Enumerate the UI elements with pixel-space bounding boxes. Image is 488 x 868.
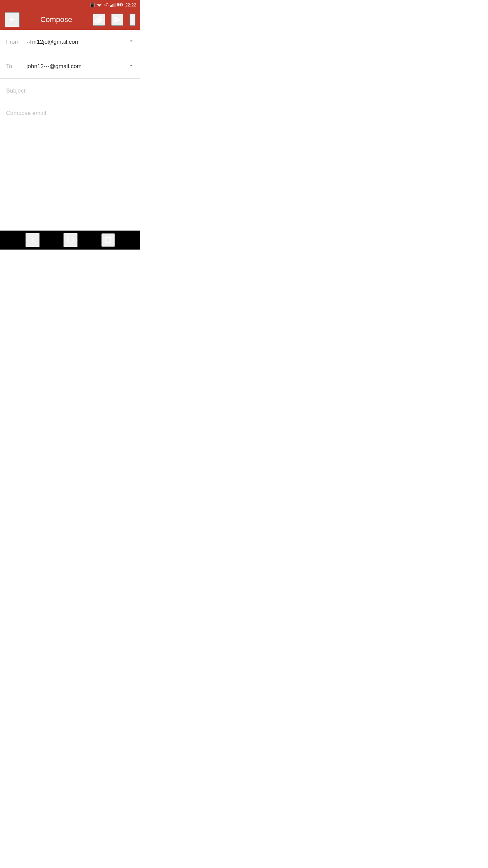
nav-home-button[interactable]: [63, 233, 78, 247]
svg-rect-2: [111, 5, 113, 7]
compose-body[interactable]: Compose email: [0, 103, 140, 231]
vibrate-icon: 📳: [89, 2, 95, 7]
status-icons: 📳 4G 22:22: [89, 2, 136, 7]
toolbar-title: Compose: [25, 15, 87, 24]
compose-form: From --hn12jo@gmail.com To john12---@gma…: [0, 30, 140, 231]
to-label: To: [6, 63, 26, 70]
send-button[interactable]: [111, 14, 123, 26]
network-type: 4G: [104, 3, 109, 7]
subject-row[interactable]: Subject: [0, 79, 140, 103]
nav-bar: [0, 231, 140, 250]
svg-point-13: [132, 19, 134, 21]
svg-point-15: [67, 237, 74, 243]
svg-rect-4: [114, 3, 115, 7]
svg-rect-1: [110, 5, 111, 7]
signal-icon: [110, 3, 116, 7]
to-row[interactable]: To john12---@gmail.com: [0, 54, 140, 79]
attach-button[interactable]: [93, 14, 105, 26]
to-value: john12---@gmail.com: [26, 63, 125, 70]
battery-icon: [117, 3, 123, 7]
svg-point-12: [132, 16, 134, 18]
body-placeholder: Compose email: [6, 110, 46, 116]
more-options-button[interactable]: [129, 14, 136, 26]
from-dropdown-icon[interactable]: [128, 38, 134, 46]
status-time: 22:22: [125, 2, 136, 7]
from-value: --hn12jo@gmail.com: [26, 39, 125, 45]
toolbar-actions: [93, 14, 136, 26]
from-label: From: [6, 39, 26, 45]
svg-rect-7: [123, 4, 123, 5]
to-dropdown-icon[interactable]: [128, 62, 134, 70]
svg-rect-5: [115, 3, 116, 7]
wifi-icon: [97, 3, 102, 7]
svg-rect-3: [113, 4, 114, 7]
nav-back-button[interactable]: [25, 233, 40, 247]
back-button[interactable]: [5, 12, 20, 27]
svg-point-0: [99, 6, 100, 7]
svg-rect-16: [106, 238, 111, 243]
status-bar: 📳 4G 22:22: [0, 0, 140, 9]
from-row[interactable]: From --hn12jo@gmail.com: [0, 30, 140, 54]
subject-placeholder: Subject: [6, 87, 134, 94]
svg-point-14: [132, 22, 134, 23]
toolbar: Compose: [0, 9, 140, 30]
nav-recents-button[interactable]: [101, 233, 115, 247]
